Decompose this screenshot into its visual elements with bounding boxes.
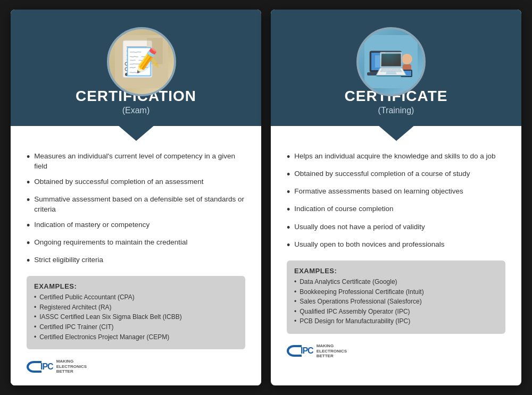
certificate-example-item: Bookkeeping Professional Certificate (In… <box>294 288 498 297</box>
certificate-bullet-item: Usually open to both novices and profess… <box>287 240 505 252</box>
svg-point-7 <box>125 68 128 71</box>
certification-image <box>107 27 176 96</box>
svg-rect-12 <box>142 48 146 52</box>
certificate-bullet-item: Formative assessments based on learning … <box>287 187 505 199</box>
ipc-letters-text-right: IPC <box>301 346 313 356</box>
certificate-image <box>356 27 426 96</box>
certification-bullet-item: Ongoing requirements to maintain the cre… <box>27 238 245 250</box>
certificate-bullet-item: Helps an individual acquire the knowledg… <box>287 152 505 164</box>
certification-example-item: Certified IPC Trainer (CIT) <box>34 323 238 332</box>
certificate-example-item: Qualified IPC Assembly Operator (IPC) <box>294 308 498 316</box>
certification-header: CERTIFICATION (Exam) <box>11 10 261 126</box>
certificate-example-item: Sales Operations Professional (Salesforc… <box>294 298 498 306</box>
certificate-example-item: Data Analytics Certificate (Google) <box>294 278 498 287</box>
ipc-tagline-right: MAKINGELECTRONICSBETTER <box>317 343 347 359</box>
certification-bullets: Measures an individual's current level o… <box>27 152 245 267</box>
certification-body: Measures an individual's current level o… <box>11 126 261 385</box>
certificate-panel: CERTIFICATE (Training) Helps an individu… <box>271 10 521 385</box>
svg-rect-20 <box>380 62 388 67</box>
svg-point-6 <box>125 62 128 65</box>
certificate-bullets: Helps an individual acquire the knowledg… <box>287 152 505 252</box>
certificate-examples-box: EXAMPLES: Data Analytics Certificate (Go… <box>287 260 505 334</box>
ipc-c-icon-right <box>287 345 302 357</box>
certificate-bullet-item: Obtained by successful completion of a c… <box>287 169 505 181</box>
svg-rect-18 <box>375 55 394 68</box>
svg-rect-9 <box>142 48 157 65</box>
certificate-subtitle: (Training) <box>344 106 447 115</box>
certificate-body: Helps an individual acquire the knowledg… <box>271 126 521 370</box>
certification-ipc-logo: IPC MAKINGELECTRONICSBETTER <box>27 357 245 377</box>
ipc-letters-text: IPC <box>40 362 53 372</box>
certification-bullet-item: Obtained by successful completion of an … <box>27 177 245 189</box>
certification-examples-title: EXAMPLES: <box>34 282 238 290</box>
certificate-bullet-item: Usually does not have a period of validi… <box>287 222 505 234</box>
certification-bullet-item: Strict eligibility criteria <box>27 255 245 267</box>
svg-rect-24 <box>402 71 411 76</box>
svg-rect-17 <box>367 72 404 75</box>
svg-point-8 <box>125 73 128 76</box>
svg-rect-13 <box>147 38 163 64</box>
certification-examples-box: EXAMPLES: Certified Public Accountant (C… <box>27 276 245 349</box>
certification-panel: CERTIFICATION (Exam) Measures an individ… <box>11 10 261 385</box>
certification-bullet-item: Indication of mastery or competency <box>27 220 245 232</box>
certification-example-item: IASSC Certified Lean Six Sigma Black Bel… <box>34 313 238 322</box>
certification-example-item: Certified Public Accountant (CPA) <box>34 293 238 302</box>
svg-rect-1 <box>123 40 152 78</box>
certificate-examples-list: Data Analytics Certificate (Google)Bookk… <box>294 278 498 326</box>
ipc-tagline: MAKINGELECTRONICSBETTER <box>56 359 87 374</box>
certificate-ipc-logo: IPC MAKINGELECTRONICSBETTER <box>287 341 505 362</box>
certificate-examples-title: EXAMPLES: <box>294 267 498 275</box>
main-container: CERTIFICATION (Exam) Measures an individ… <box>0 4 532 391</box>
svg-rect-11 <box>142 48 147 54</box>
certification-subtitle: (Exam) <box>76 106 196 115</box>
svg-point-19 <box>381 56 387 61</box>
certification-example-item: Certified Electronics Project Manager (C… <box>34 333 238 342</box>
svg-rect-16 <box>371 53 400 70</box>
svg-point-21 <box>402 54 412 64</box>
certification-example-item: Registered Architect (RA) <box>34 304 238 312</box>
certificate-bullet-item: Indication of course completion <box>287 204 505 216</box>
certificate-example-item: PCB Design for Manufacturability (IPC) <box>294 317 498 326</box>
certification-bullet-item: Measures an individual's current level o… <box>27 152 245 172</box>
certificate-header: CERTIFICATE (Training) <box>271 10 521 126</box>
ipc-c-icon <box>27 361 41 373</box>
certification-examples-list: Certified Public Accountant (CPA)Registe… <box>34 293 238 341</box>
certification-bullet-item: Summative assessment based on a defensib… <box>27 195 245 215</box>
svg-rect-15 <box>370 51 402 72</box>
